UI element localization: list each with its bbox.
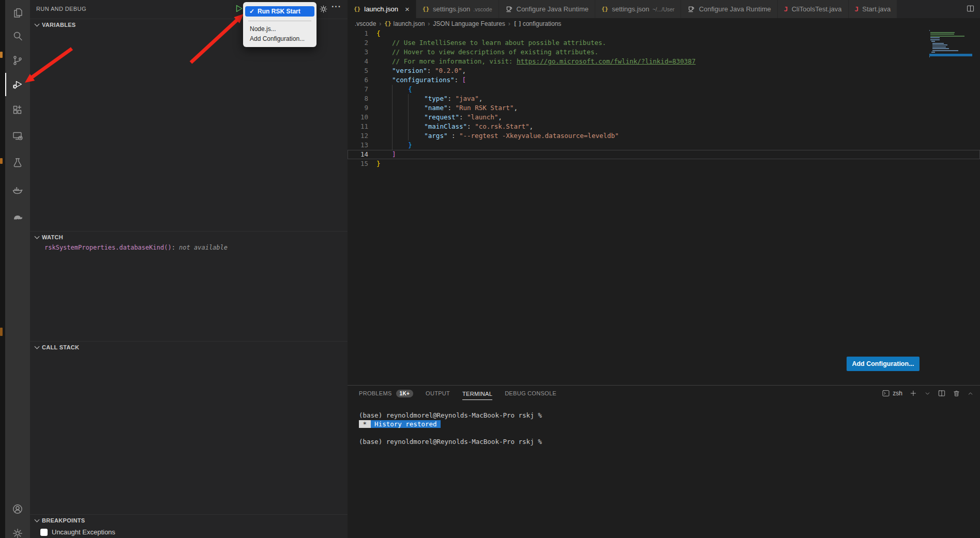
config-menu-items: Node.js...Add Configuration...	[243, 24, 316, 44]
editor-tab[interactable]: Configure Java Runtime	[499, 0, 595, 18]
code-line[interactable]: 8 "type": "java",	[348, 94, 980, 103]
active-view-indicator	[5, 73, 6, 96]
add-configuration-button[interactable]: Add Configuration...	[847, 357, 919, 371]
uncaught-exceptions-checkbox[interactable]	[40, 529, 48, 536]
code-line[interactable]: 11 "mainClass": "co.rsk.Start",	[348, 122, 980, 131]
tab-strip: {}launch.json×{}settings.json.vscodeConf…	[348, 0, 897, 18]
debug-configuration-menu: ✓ Run RSK Start Node.js...Add Configurat…	[243, 2, 316, 47]
panel-actions: zsh	[882, 386, 974, 401]
menu-item[interactable]: Add Configuration...	[243, 34, 316, 44]
editor-tab[interactable]: JStart.java	[849, 0, 898, 18]
source-control-icon[interactable]	[5, 48, 30, 73]
editor-tab[interactable]: {}launch.json×	[348, 0, 416, 18]
code-line[interactable]: 3 // Hover to view descriptions of exist…	[348, 48, 980, 57]
panel-tab-output[interactable]: OUTPUT	[426, 386, 450, 401]
views-more-actions-icon[interactable]: ···	[331, 2, 341, 11]
code-lines: 1{2 // Use IntelliSense to learn about p…	[348, 29, 980, 168]
editor-tab[interactable]: {}settings.json~/.../User	[595, 0, 681, 18]
explorer-icon[interactable]	[5, 1, 30, 25]
line-number: 11	[348, 122, 368, 131]
terminal-line	[359, 428, 980, 437]
run-and-debug-sidebar: RUN AND DEBUG VARIABLES WATCH rskSystemP…	[30, 0, 348, 538]
chevron-down-icon	[35, 22, 40, 27]
editor-tab[interactable]: JCliToolsTest.java	[778, 0, 849, 18]
edge-mark	[0, 52, 3, 58]
editor-tab[interactable]: Configure Java Runtime	[681, 0, 777, 18]
launch-profile-chevron-icon[interactable]	[924, 390, 931, 397]
json-file-icon: {}	[601, 6, 608, 12]
line-number: 9	[348, 103, 368, 113]
line-number: 10	[348, 113, 368, 122]
extensions-icon[interactable]	[5, 98, 30, 122]
code-line[interactable]: 7 {	[348, 85, 980, 94]
java-runtime-cup-icon	[687, 5, 695, 13]
terminal-line: (base) reynoldmorel@Reynolds-MacBook-Pro…	[359, 411, 980, 420]
panel-tab-problems[interactable]: PROBLEMS1K+	[359, 386, 413, 401]
java-runtime-cup-icon	[505, 5, 513, 13]
new-terminal-icon[interactable]	[909, 389, 917, 397]
breadcrumb-item[interactable]: [ ]configurations	[514, 20, 562, 27]
line-number: 6	[348, 75, 368, 85]
account-icon[interactable]	[5, 497, 30, 521]
minimap[interactable]	[929, 29, 972, 58]
code-line[interactable]: 12 "args" : "--regtest -Xkeyvalue.dataso…	[348, 131, 980, 141]
code-line[interactable]: 1{	[348, 29, 980, 38]
start-debugging-button[interactable]	[234, 4, 244, 15]
breadcrumb: .vscode›{}launch.json›JSON Language Feat…	[348, 18, 980, 29]
minimap-line	[929, 54, 972, 56]
breadcrumb-separator: ›	[508, 20, 510, 27]
breadcrumb-item[interactable]: .vscode	[355, 20, 376, 27]
code-line[interactable]: 2 // Use IntelliSense to learn about pos…	[348, 38, 980, 48]
breadcrumb-item[interactable]: JSON Language Features	[433, 20, 505, 27]
edge-mark	[0, 328, 3, 336]
terminal-icon	[882, 389, 890, 397]
panel-tab-terminal[interactable]: TERMINAL	[462, 386, 492, 401]
split-terminal-icon[interactable]	[938, 389, 946, 397]
menu-item[interactable]: Node.js...	[243, 24, 316, 34]
editor-tab[interactable]: {}settings.json.vscode	[416, 0, 499, 18]
chevron-down-icon	[35, 344, 40, 349]
code-line[interactable]: 10 "request": "launch",	[348, 113, 980, 122]
gradle-icon[interactable]	[5, 204, 30, 228]
breakpoint-row: Uncaught Exceptions	[30, 528, 348, 536]
watch-section-header[interactable]: WATCH	[30, 232, 348, 243]
code-editor[interactable]: 1{2 // Use IntelliSense to learn about p…	[348, 29, 980, 385]
search-icon[interactable]	[5, 24, 30, 49]
menu-item-selected[interactable]: ✓ Run RSK Start	[245, 6, 314, 17]
run-and-debug-icon[interactable]	[5, 72, 30, 97]
maximize-panel-chevron-icon[interactable]	[967, 390, 974, 397]
code-line[interactable]: 15}	[348, 159, 980, 168]
line-number: 1	[348, 29, 368, 38]
panel-tab-debug-console[interactable]: DEBUG CONSOLE	[505, 386, 556, 401]
breakpoints-section-header[interactable]: BREAKPOINTS	[30, 515, 348, 526]
java-file-icon: J	[855, 5, 859, 13]
call-stack-section-header[interactable]: CALL STACK	[30, 342, 348, 353]
breadcrumb-item[interactable]: {}launch.json	[384, 20, 425, 27]
testing-icon[interactable]	[5, 150, 30, 175]
code-line[interactable]: 13 }	[348, 141, 980, 150]
line-number: 3	[348, 48, 368, 57]
terminal-content[interactable]: (base) reynoldmorel@Reynolds-MacBook-Pro…	[359, 401, 980, 538]
watch-expression[interactable]: rskSystemProperties.databaseKind(): not …	[30, 244, 348, 251]
line-number: 7	[348, 85, 368, 94]
open-launch-json-gear-icon[interactable]	[319, 4, 328, 16]
code-line[interactable]: 9 "name": "Run RSK Start",	[348, 103, 980, 113]
editor-actions	[966, 0, 980, 18]
check-icon: ✓	[249, 8, 254, 15]
settings-gear-icon[interactable]	[5, 521, 30, 538]
code-line[interactable]: 5 "version": "0.2.0",	[348, 66, 980, 75]
shell-selector[interactable]: zsh	[882, 389, 902, 397]
minimap-line	[929, 56, 972, 58]
docker-icon[interactable]	[5, 177, 30, 202]
line-number: 8	[348, 94, 368, 103]
breakpoints-section: BREAKPOINTS Uncaught Exceptions	[30, 514, 348, 538]
line-number: 12	[348, 131, 368, 141]
kill-terminal-trash-icon[interactable]	[953, 390, 960, 397]
remote-explorer-icon[interactable]	[5, 124, 30, 148]
code-line[interactable]: 4 // For more information, visit: https:…	[348, 57, 980, 66]
close-icon[interactable]: ×	[405, 5, 410, 13]
code-line[interactable]: 14 ]	[348, 150, 980, 159]
line-number: 15	[348, 159, 368, 168]
split-editor-icon[interactable]	[966, 4, 975, 14]
code-line[interactable]: 6 "configurations": [	[348, 75, 980, 85]
